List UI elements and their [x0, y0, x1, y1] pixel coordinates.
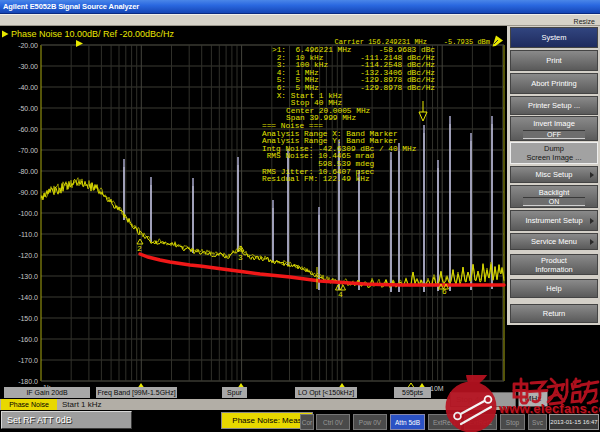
svg-text:-90.00: -90.00 — [18, 189, 38, 196]
svg-text:-30.00: -30.00 — [18, 63, 38, 70]
svg-text:3: 3 — [238, 254, 243, 262]
svg-text:4: 4 — [338, 291, 343, 299]
svg-text:2: 2 — [137, 245, 142, 253]
svg-text:-40.00: -40.00 — [18, 84, 38, 91]
svg-text:-150.0: -150.0 — [18, 315, 38, 322]
svg-text:-70.00: -70.00 — [18, 147, 38, 154]
svg-text:-130.0: -130.0 — [18, 273, 38, 280]
svg-text:-60.00: -60.00 — [18, 126, 38, 133]
svg-text:-110.0: -110.0 — [19, 231, 38, 238]
svg-text:-80.00: -80.00 — [18, 168, 38, 175]
svg-text:-20.00: -20.00 — [18, 42, 38, 49]
svg-text:-170.0: -170.0 — [18, 357, 38, 364]
svg-text:Phase Noise 10.00dB/ Ref -20.0: Phase Noise 10.00dB/ Ref -20.00dBc/Hz — [11, 29, 175, 39]
svg-text:-100.0: -100.0 — [18, 210, 38, 217]
svg-text:-129.8978 dBc/Hz: -129.8978 dBc/Hz — [360, 84, 435, 92]
svg-text:Residual FM: 122.49 kHz: Residual FM: 122.49 kHz — [262, 175, 370, 183]
svg-text:-120.0: -120.0 — [18, 252, 38, 259]
svg-text:-160.0: -160.0 — [18, 336, 38, 343]
svg-text:-180.0: -180.0 — [18, 378, 38, 385]
svg-text:Carrier 156.249231 MHz -5.7: Carrier 156.249231 MHz -5.7935 dBm — [335, 38, 490, 46]
svg-text:-140.0: -140.0 — [18, 294, 38, 301]
svg-text:-50.00: -50.00 — [18, 105, 38, 112]
